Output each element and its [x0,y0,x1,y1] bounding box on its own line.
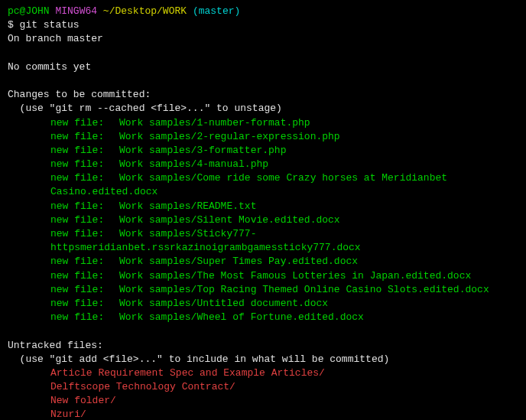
staged-file-row: new file:Work samples/1-number-format.ph… [8,116,518,130]
staged-file-path: Work samples/1-number-format.php [119,117,310,129]
staged-file-row: new file:Work samples/Super Times Pay.ed… [8,255,518,269]
untracked-file-row: Article Requirement Spec and Example Art… [8,366,518,380]
untracked-file-row: New folder/ [8,394,518,408]
untracked-list: Article Requirement Spec and Example Art… [8,366,518,420]
staged-file-label: new file: [50,311,119,324]
untracked-file-row: Delftscope Technology Contract/ [8,380,518,394]
staged-list: new file:Work samples/1-number-format.ph… [8,116,518,325]
staged-file-path: Work samples/Wheel of Fortune.edited.doc… [119,311,364,323]
staged-header: Changes to be committed: [8,88,518,102]
staged-file-label: new file: [50,158,119,171]
staged-file-label: new file: [50,130,119,144]
staged-file-row: new file:Work samples/Come ride some Cra… [8,171,518,199]
staged-file-row: new file:Work samples/README.txt [8,200,518,213]
staged-file-row: new file:Work samples/2-regular-expressi… [8,130,518,144]
terminal-output[interactable]: pc@JOHN MINGW64 ~/Desktop/WORK (master) … [8,5,518,420]
prompt-user: pc@JOHN [8,5,50,17]
staged-file-path: Work samples/2-regular-expression.php [119,131,340,142]
staged-file-label: new file: [50,116,119,130]
staged-hint: (use "git rm --cached <file>..." to unst… [8,102,518,116]
prompt-line: pc@JOHN MINGW64 ~/Desktop/WORK (master) [8,5,518,18]
staged-file-label: new file: [50,144,119,158]
untracked-file-row: Nzuri/ [8,408,518,420]
branch-status: On branch master [8,32,518,46]
staged-file-path: Work samples/Silent Movie.edited.docx [119,214,340,226]
prompt-path: ~/Desktop/WORK [103,5,187,17]
no-commits: No commits yet [8,60,518,74]
staged-file-row: new file:Work samples/Top Racing Themed … [8,283,518,297]
untracked-hint: (use "git add <file>..." to include in w… [8,353,518,366]
staged-file-label: new file: [50,269,119,283]
staged-file-path: Work samples/README.txt [119,200,256,212]
untracked-header: Untracked files: [8,339,518,353]
staged-file-label: new file: [50,297,119,311]
staged-file-row: new file:Work samples/Sticky777- httpsme… [8,227,518,255]
command-line: $ git status [8,18,518,32]
staged-file-path: Work samples/Top Racing Themed Online Ca… [119,284,489,295]
staged-file-row: new file:Work samples/The Most Famous Lo… [8,269,518,283]
staged-file-row: new file:Work samples/Wheel of Fortune.e… [8,311,518,324]
staged-file-label: new file: [50,171,119,185]
prompt-env: MINGW64 [55,5,97,17]
staged-file-path: Work samples/3-formatter.php [119,145,286,156]
staged-file-row: new file:Work samples/Untitled document.… [8,297,518,311]
staged-file-label: new file: [50,213,119,227]
staged-file-row: new file:Work samples/Silent Movie.edite… [8,213,518,227]
staged-file-label: new file: [50,283,119,297]
staged-file-path: Work samples/4-manual.php [119,158,268,170]
staged-file-row: new file:Work samples/4-manual.php [8,158,518,171]
staged-file-label: new file: [50,255,119,269]
staged-file-path: Work samples/Super Times Pay.edited.docx [119,256,358,267]
staged-file-label: new file: [50,200,119,213]
prompt-branch: (master) [193,5,240,17]
staged-file-label: new file: [50,227,119,241]
staged-file-row: new file:Work samples/3-formatter.php [8,144,518,158]
staged-file-path: Work samples/The Most Famous Lotteries i… [119,270,471,282]
staged-file-path: Work samples/Untitled document.docx [119,298,328,309]
